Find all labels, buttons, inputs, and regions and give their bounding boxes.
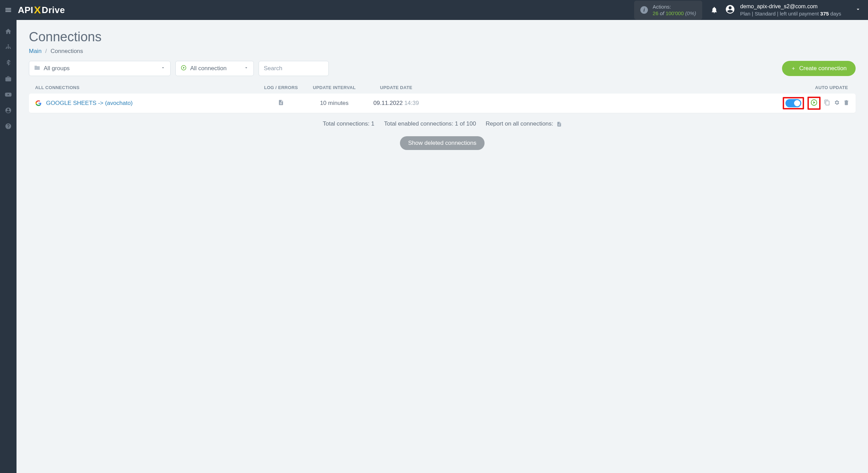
report-icon[interactable] <box>555 120 562 127</box>
nav-help[interactable] <box>0 118 17 134</box>
plus-icon <box>791 66 796 71</box>
filter-status[interactable]: All connection <box>175 61 254 76</box>
actions-used: 26 <box>653 10 659 16</box>
actions-total: 100'000 <box>665 10 684 16</box>
info-icon: i <box>640 6 648 14</box>
th-all: ALL CONNECTIONS <box>35 85 255 90</box>
actions-counter[interactable]: i Actions: 26 of 100'000 (0%) <box>634 1 702 20</box>
stat-enabled: Total enabled connections: 1 of 100 <box>384 120 476 127</box>
table-header: ALL CONNECTIONS LOG / ERRORS UPDATE INTE… <box>29 82 856 94</box>
main-content: Connections Main / Connections All group… <box>17 20 868 473</box>
actions-label: Actions: <box>653 3 696 10</box>
th-interval: UPDATE INTERVAL <box>307 85 362 90</box>
stat-total: Total connections: 1 <box>323 120 374 127</box>
breadcrumb-current: Connections <box>51 48 83 54</box>
filter-status-label: All connection <box>190 65 227 72</box>
log-button[interactable] <box>255 99 307 107</box>
filter-groups[interactable]: All groups <box>29 61 171 76</box>
actions-pct: (0%) <box>685 10 696 16</box>
folder-icon <box>34 65 40 73</box>
search-field[interactable] <box>259 61 329 76</box>
nav-toolbox[interactable] <box>0 71 17 87</box>
chevron-down-icon <box>244 65 249 72</box>
user-email: demo_apix-drive_s2@com.com <box>740 3 841 10</box>
user-plan: Plan | Standard | left until payment 375… <box>740 10 841 17</box>
filter-groups-label: All groups <box>44 65 70 72</box>
nav-home[interactable] <box>0 23 17 39</box>
google-icon <box>35 100 42 107</box>
highlight-run <box>807 97 821 110</box>
chevron-down-icon <box>161 65 165 72</box>
user-menu[interactable]: demo_apix-drive_s2@com.com Plan | Standa… <box>725 3 861 17</box>
play-circle-icon <box>181 65 187 73</box>
settings-button[interactable] <box>834 99 840 107</box>
create-connection-label: Create connection <box>799 65 847 72</box>
nav-videos[interactable] <box>0 87 17 103</box>
topbar: APIXDrive i Actions: 26 of 100'000 (0%) … <box>0 0 868 20</box>
update-date: 09.11.2022 14:39 <box>362 100 431 107</box>
update-interval: 10 minutes <box>307 100 362 107</box>
stat-report: Report on all connections: <box>486 120 562 127</box>
actions-of: of <box>660 10 664 16</box>
breadcrumb: Main / Connections <box>29 48 856 55</box>
filters-row: All groups All connection Create connect… <box>29 61 856 76</box>
sidebar <box>0 20 17 473</box>
search-input[interactable] <box>264 65 324 72</box>
auto-update-toggle[interactable] <box>785 99 801 107</box>
th-auto: AUTO UPDATE <box>815 85 849 90</box>
th-log: LOG / ERRORS <box>255 85 307 90</box>
delete-button[interactable] <box>843 99 849 107</box>
show-deleted-button[interactable]: Show deleted connections <box>400 136 485 150</box>
create-connection-button[interactable]: Create connection <box>782 61 856 76</box>
notifications-icon[interactable] <box>710 6 718 14</box>
nav-billing[interactable] <box>0 55 17 71</box>
logo[interactable]: APIXDrive <box>18 4 65 16</box>
connection-link[interactable]: GOOGLE SHEETS -> (avochato) <box>46 100 133 107</box>
user-avatar-icon <box>725 4 735 16</box>
th-date: UPDATE DATE <box>362 85 431 90</box>
copy-button[interactable] <box>824 99 830 107</box>
connection-row: GOOGLE SHEETS -> (avochato) 10 minutes 0… <box>29 94 856 113</box>
page-title: Connections <box>29 30 856 44</box>
nav-account[interactable] <box>0 103 17 118</box>
breadcrumb-main[interactable]: Main <box>29 48 42 54</box>
nav-connections[interactable] <box>0 39 17 55</box>
stats-row: Total connections: 1 Total enabled conne… <box>29 120 856 127</box>
chevron-down-icon <box>855 6 861 14</box>
run-now-button[interactable] <box>810 99 818 108</box>
highlight-toggle <box>783 97 804 109</box>
menu-toggle[interactable] <box>0 0 17 20</box>
